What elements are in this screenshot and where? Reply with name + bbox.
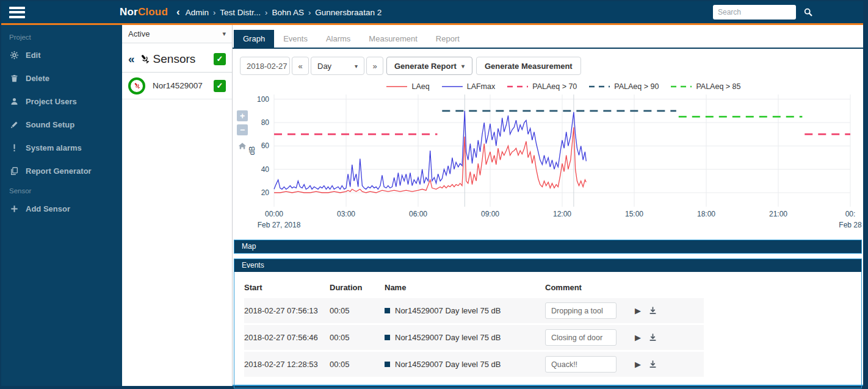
- event-duration: 00:05: [330, 306, 385, 315]
- download-icon[interactable]: [648, 306, 657, 315]
- tab[interactable]: Report: [427, 30, 469, 48]
- sidebar-item-label: Edit: [26, 51, 41, 60]
- sidebar-item[interactable]: Sound Setup: [1, 115, 122, 134]
- sensor-status-icon: [128, 77, 145, 95]
- sidebar-item-label: Sound Setup: [26, 120, 74, 129]
- search-area: [713, 5, 813, 20]
- events-panel-header[interactable]: Events: [234, 259, 861, 272]
- legend-item[interactable]: LAeq: [386, 82, 429, 91]
- svg-text:40: 40: [261, 165, 270, 174]
- sidebar-item-icon: [10, 120, 19, 129]
- sidebar-item[interactable]: Project Users: [1, 92, 122, 111]
- svg-text:15:00: 15:00: [625, 210, 643, 218]
- events-rows: 2018-02-27 07:56:13 00:05 Nor14529007 Da…: [244, 298, 861, 377]
- collapse-panel-icon[interactable]: «: [128, 52, 135, 66]
- generate-report-button[interactable]: Generate Report ▾: [386, 57, 472, 75]
- table-row: 2018-02-27 07:56:13 00:05 Nor14529007 Da…: [244, 298, 704, 323]
- breadcrumb-item[interactable]: Admin: [186, 8, 209, 17]
- event-name: Nor14529007 Day level 75 dB: [395, 306, 501, 315]
- event-name: Nor14529007 Day level 75 dB: [395, 360, 501, 369]
- tab[interactable]: Graph: [234, 30, 274, 48]
- download-icon[interactable]: [648, 333, 657, 342]
- zoom-out-button[interactable]: −: [237, 124, 248, 135]
- legend-label: LAFmax: [467, 82, 496, 91]
- chart-svg[interactable]: 2040608010000:0003:0006:0009:0012:0015:0…: [236, 91, 865, 235]
- sidebar-item-icon: [10, 166, 19, 176]
- sensor-row[interactable]: Nor14529007 ✓: [122, 73, 232, 99]
- reset-zoom-home-icon[interactable]: [237, 141, 247, 151]
- breadcrumb-back-icon[interactable]: ‹: [176, 6, 180, 18]
- breadcrumb: Admin › Test Distr... › Bohn AS › Gunner…: [186, 8, 382, 17]
- sensor-list: Nor14529007 ✓: [122, 73, 232, 99]
- svg-text:100: 100: [257, 95, 269, 104]
- legend-label: PALAeq > 85: [696, 82, 740, 91]
- zoom-in-button[interactable]: +: [237, 110, 248, 121]
- event-comment-input[interactable]: Dropping a tool: [545, 302, 617, 319]
- sidebar-item-icon: [10, 143, 19, 152]
- play-icon[interactable]: ▶: [635, 333, 641, 342]
- app-logo[interactable]: NorCloud: [120, 6, 168, 18]
- breadcrumb-item[interactable]: Test Distr...: [220, 8, 261, 17]
- breadcrumb-item[interactable]: Gunnersbraatan 2: [315, 8, 382, 17]
- download-icon[interactable]: [648, 360, 657, 369]
- sensor-checkbox[interactable]: ✓: [214, 80, 226, 92]
- sidebar-item[interactable]: Add Sensor: [1, 199, 122, 218]
- date-input[interactable]: 2018-02-27: [240, 57, 290, 75]
- microphone-icon: [139, 53, 151, 65]
- brand-cloud: Cloud: [138, 6, 168, 18]
- sidebar-item-label: Delete: [26, 74, 49, 83]
- legend-item[interactable]: LAFmax: [442, 82, 496, 91]
- tab[interactable]: Measurement: [360, 30, 426, 48]
- generate-measurement-label: Generate Measurement: [485, 62, 573, 71]
- chevron-down-icon: ▾: [355, 63, 358, 70]
- search-icon[interactable]: [803, 7, 813, 17]
- event-duration: 00:05: [330, 333, 385, 342]
- sidebar-item[interactable]: Delete: [1, 69, 122, 88]
- svg-text:Feb 28: Feb 28: [839, 221, 862, 229]
- event-comment-input[interactable]: Quack!!: [545, 356, 617, 373]
- sidebar-item[interactable]: System alarms: [1, 138, 122, 157]
- tab[interactable]: Alarms: [317, 30, 360, 48]
- svg-text:60: 60: [261, 141, 270, 150]
- chart-area: + − 2040608010000:0003:0006:0009:0012:00…: [233, 91, 863, 235]
- generate-measurement-button[interactable]: Generate Measurement: [476, 57, 581, 75]
- select-all-sensors-checkbox[interactable]: ✓: [214, 53, 226, 65]
- legend-item[interactable]: PALAeq > 70: [507, 82, 577, 91]
- event-start: 2018-02-27 07:56:46: [244, 333, 330, 342]
- sidebar-item-label: Project Users: [26, 97, 77, 106]
- svg-text:00:: 00:: [845, 210, 856, 218]
- table-row: 2018-02-27 12:28:53 00:05 Nor14529007 Da…: [244, 352, 704, 377]
- play-icon[interactable]: ▶: [635, 306, 641, 315]
- svg-text:06:00: 06:00: [409, 210, 427, 218]
- legend-item[interactable]: PALAeq > 85: [671, 82, 740, 91]
- legend-label: PALAeq > 90: [614, 82, 659, 91]
- breadcrumb-item[interactable]: Bohn AS: [272, 8, 304, 17]
- legend-item[interactable]: PALAeq > 90: [589, 82, 659, 91]
- search-input[interactable]: [713, 5, 796, 20]
- svg-text:20: 20: [261, 188, 270, 197]
- event-comment-input[interactable]: Closing of door: [545, 329, 617, 346]
- svg-text:18:00: 18:00: [697, 210, 715, 218]
- column-header-comment: Comment: [545, 283, 635, 292]
- main-content: GraphEventsAlarmsMeasurementReport 2018-…: [233, 25, 863, 386]
- hamburger-menu-icon[interactable]: [9, 7, 25, 18]
- next-period-button[interactable]: »: [366, 57, 383, 75]
- events-table: Start Duration Name Comment 2018-02-27 0…: [234, 272, 861, 388]
- table-row: 2018-02-27 07:56:46 00:05 Nor14529007 Da…: [244, 325, 704, 350]
- event-duration: 00:05: [330, 360, 385, 369]
- previous-period-button[interactable]: «: [292, 57, 309, 75]
- map-panel-header[interactable]: Map: [234, 240, 861, 253]
- sensor-filter-select[interactable]: Active ▾: [122, 25, 232, 43]
- play-icon[interactable]: ▶: [635, 360, 641, 369]
- svg-text:00:00: 00:00: [265, 210, 283, 218]
- sidebar-item[interactable]: Report Generator: [1, 162, 122, 180]
- breadcrumb-separator: ›: [308, 8, 311, 17]
- svg-text:03:00: 03:00: [337, 210, 355, 218]
- app-window: NorCloud ‹ Admin › Test Distr... › Bohn …: [0, 0, 868, 389]
- map-panel[interactable]: Map: [234, 240, 862, 254]
- brand-nor: Nor: [120, 6, 138, 18]
- sidebar-item[interactable]: Edit: [1, 46, 122, 65]
- tab[interactable]: Events: [274, 30, 317, 48]
- period-select[interactable]: Day ▾: [311, 57, 364, 75]
- legend-swatch: [589, 85, 610, 88]
